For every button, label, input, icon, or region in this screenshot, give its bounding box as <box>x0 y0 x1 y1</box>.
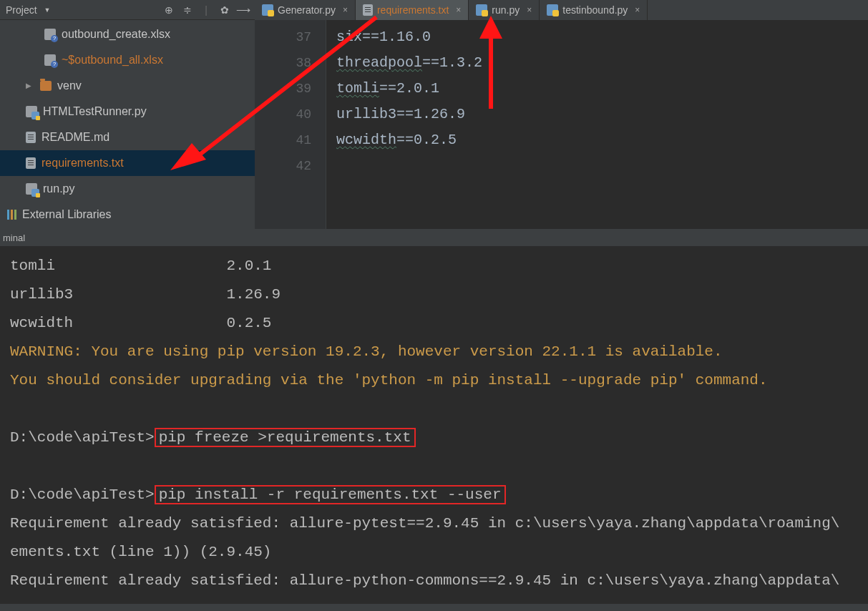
project-tree[interactable]: outbound_create.xlsx~$outbound_all.xlsx▶… <box>0 20 255 229</box>
editor: 373839404142 six==1.16.0threadpool==1.3.… <box>255 20 868 229</box>
tab-requirements-txt[interactable]: requirements.txt× <box>356 0 469 20</box>
term-blank <box>10 452 858 481</box>
excel-file-icon <box>44 29 56 40</box>
tree-item-htmltestrunner-py[interactable]: HTMLTestRunner.py <box>0 99 255 124</box>
term-warning: WARNING: You are using pip version 19.2.… <box>10 338 858 366</box>
term-cmd-1: D:\code\apiTest>pip freeze >requirements… <box>10 424 858 452</box>
tab-label: testinbound.py <box>562 4 628 16</box>
terminal-output[interactable]: tomli 2.0.1 urllib3 1.26.9 wcwidth 0.2.5… <box>0 246 868 590</box>
gear-icon[interactable]: ✿ <box>219 4 230 16</box>
code-line-41[interactable]: wcwidth==0.2.5 <box>336 127 868 153</box>
tree-item-label: README.md <box>42 129 109 146</box>
python-file-icon <box>476 4 487 16</box>
tree-item-label: venv <box>57 77 82 94</box>
tab-run-py[interactable]: run.py× <box>469 0 540 20</box>
highlight-box-2: pip install -r requirements.txt --user <box>155 485 506 504</box>
term-out: Requirement already satisfied: allure-py… <box>10 567 858 590</box>
tree-item-label: run.py <box>43 180 74 197</box>
close-icon[interactable]: × <box>527 5 532 15</box>
python-file-icon <box>547 4 558 16</box>
python-file-icon <box>26 106 37 117</box>
tree-item-label: HTMLTestRunner.py <box>43 103 147 120</box>
tree-item-readme-md[interactable]: README.md <box>0 124 255 150</box>
terminal-tab-label[interactable]: minal <box>0 229 868 246</box>
folder-icon <box>40 81 52 91</box>
term-cmd-2: D:\code\apiTest>pip install -r requireme… <box>10 481 858 509</box>
tree-item---outbound-all-xlsx[interactable]: ~$outbound_all.xlsx <box>0 47 255 73</box>
tree-item-label: External Libraries <box>22 206 112 223</box>
text-file-icon <box>26 132 36 143</box>
sidebar-header: Project ▼ ⊕ ≑ | ✿ ⟶ <box>0 0 255 20</box>
terminal-panel: minal tomli 2.0.1 urllib3 1.26.9 wcwidth… <box>0 229 868 590</box>
term-blank <box>10 395 858 424</box>
highlight-box-1: pip freeze >requirements.txt <box>155 428 416 447</box>
code-line-37[interactable]: six==1.16.0 <box>336 24 868 50</box>
tab-label: run.py <box>492 4 520 16</box>
close-icon[interactable]: × <box>343 5 348 15</box>
code-line-38[interactable]: threadpool==1.3.2 <box>336 50 868 76</box>
tab-label: requirements.txt <box>377 4 449 16</box>
term-line: wcwidth 0.2.5 <box>10 309 858 338</box>
text-file-icon <box>363 4 373 16</box>
libraries-icon <box>7 210 16 220</box>
tree-item-label: requirements.txt <box>42 155 124 172</box>
tree-item-label: outbound_create.xlsx <box>62 26 170 43</box>
chevron-right-icon[interactable]: ▶ <box>26 77 31 94</box>
code-line-40[interactable]: urllib3==1.26.9 <box>336 102 868 127</box>
tree-item-venv[interactable]: ▶venv <box>0 73 255 99</box>
code-line-39[interactable]: tomli==2.0.1 <box>336 76 868 102</box>
editor-tabs[interactable]: Generator.py×requirements.txt×run.py×tes… <box>255 0 868 20</box>
tree-item-label: ~$outbound_all.xlsx <box>62 52 163 69</box>
term-warning: You should consider upgrading via the 'p… <box>10 366 858 395</box>
tree-item-requirements-txt[interactable]: requirements.txt <box>0 150 255 176</box>
excel-file-icon <box>44 54 56 66</box>
sidebar-title[interactable]: Project <box>6 4 42 16</box>
divider: | <box>200 4 212 16</box>
external-libraries[interactable]: External Libraries <box>0 202 255 228</box>
hide-icon[interactable]: ⟶ <box>238 4 249 16</box>
chevron-down-icon[interactable]: ▼ <box>44 6 51 14</box>
tab-generator-py[interactable]: Generator.py× <box>255 0 356 20</box>
close-icon[interactable]: × <box>456 5 461 15</box>
python-file-icon <box>262 4 273 16</box>
code-content[interactable]: six==1.16.0threadpool==1.3.2tomli==2.0.1… <box>326 20 868 229</box>
tab-label: Generator.py <box>278 4 336 16</box>
target-icon[interactable]: ⊕ <box>163 4 175 16</box>
collapse-icon[interactable]: ≑ <box>182 4 193 16</box>
tree-item-run-py[interactable]: run.py <box>0 176 255 202</box>
term-out: Requirement already satisfied: allure-py… <box>10 509 858 538</box>
text-file-icon <box>26 157 36 169</box>
project-sidebar: Project ▼ ⊕ ≑ | ✿ ⟶ outbound_create.xlsx… <box>0 0 255 229</box>
sidebar-tools: ⊕ ≑ | ✿ ⟶ <box>163 4 249 16</box>
upper-pane: Project ▼ ⊕ ≑ | ✿ ⟶ outbound_create.xlsx… <box>0 0 868 229</box>
term-line: tomli 2.0.1 <box>10 252 858 280</box>
python-file-icon <box>26 183 37 195</box>
editor-area: Generator.py×requirements.txt×run.py×tes… <box>255 0 868 229</box>
term-line: urllib3 1.26.9 <box>10 280 858 309</box>
tree-item-outbound-create-xlsx[interactable]: outbound_create.xlsx <box>0 21 255 47</box>
tab-testinbound-py[interactable]: testinbound.py× <box>540 0 648 20</box>
status-bar <box>0 604 868 611</box>
term-out: ements.txt (line 1)) (2.9.45) <box>10 538 858 567</box>
line-gutter: 373839404142 <box>255 20 326 229</box>
close-icon[interactable]: × <box>635 5 640 15</box>
